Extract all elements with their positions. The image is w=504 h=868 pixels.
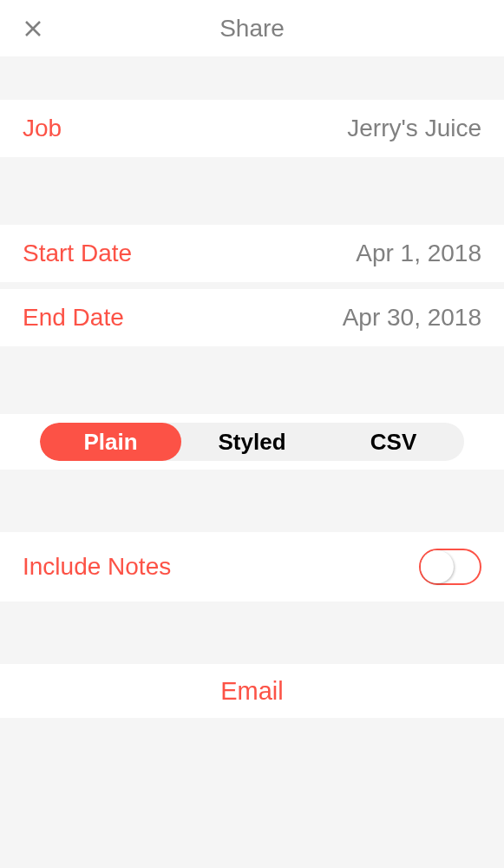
job-value: Jerry's Juice [347, 115, 481, 142]
spacer [0, 602, 504, 664]
format-option-styled[interactable]: Styled [181, 423, 323, 461]
email-button[interactable]: Email [0, 664, 504, 718]
close-icon [23, 18, 43, 39]
start-date-row[interactable]: Start Date Apr 1, 2018 [0, 225, 504, 282]
job-label: Job [23, 115, 62, 142]
end-date-value: Apr 30, 2018 [343, 304, 481, 332]
toggle-knob [421, 550, 454, 583]
spacer [0, 157, 504, 225]
include-notes-row: Include Notes [0, 532, 504, 602]
start-date-label: Start Date [23, 240, 132, 267]
spacer [0, 56, 504, 100]
format-option-plain[interactable]: Plain [40, 423, 181, 461]
end-date-label: End Date [23, 304, 124, 332]
end-date-row[interactable]: End Date Apr 30, 2018 [0, 289, 504, 346]
page-title: Share [219, 15, 285, 43]
format-option-csv[interactable]: CSV [323, 423, 464, 461]
spacer [0, 346, 504, 414]
spacer [0, 470, 504, 532]
format-segment-wrapper: Plain Styled CSV [0, 414, 504, 470]
header-bar: Share [0, 0, 504, 56]
start-date-value: Apr 1, 2018 [356, 240, 481, 267]
format-segment-control: Plain Styled CSV [40, 423, 464, 461]
spacer [0, 282, 504, 289]
include-notes-label: Include Notes [23, 553, 171, 581]
close-button[interactable] [19, 15, 47, 43]
include-notes-toggle[interactable] [419, 549, 481, 585]
job-row[interactable]: Job Jerry's Juice [0, 100, 504, 157]
email-label: Email [220, 677, 284, 706]
